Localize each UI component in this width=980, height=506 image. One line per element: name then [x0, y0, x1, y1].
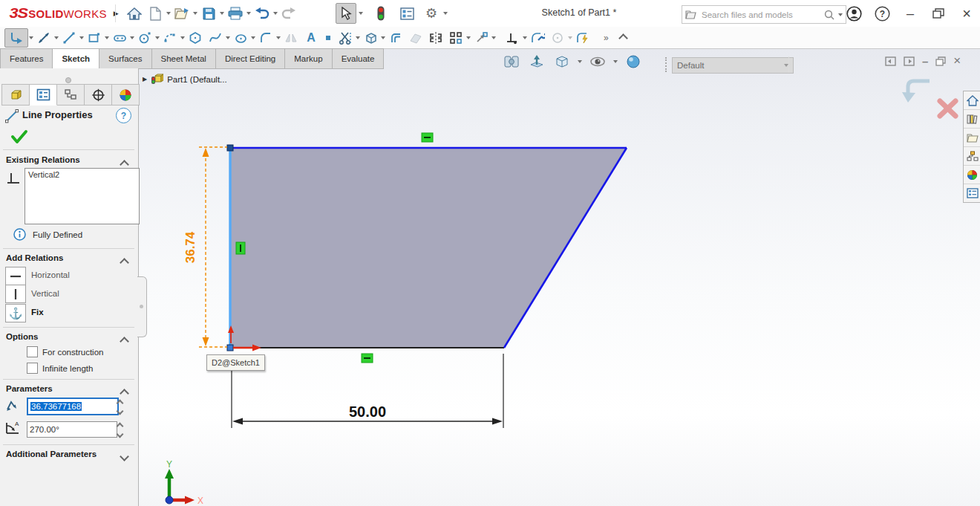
tab-sheet-metal[interactable]: Sheet Metal [152, 48, 216, 69]
redo-icon[interactable] [279, 4, 298, 23]
fillet-tool-icon[interactable] [256, 29, 275, 47]
add-vertical-button[interactable] [5, 285, 26, 303]
convert-dropdown-icon[interactable] [381, 36, 385, 39]
new-dropdown-icon[interactable] [166, 12, 171, 15]
view-palette-icon[interactable] [964, 147, 980, 166]
relations-dropdown-icon[interactable] [523, 36, 527, 39]
point-tool-icon[interactable] [321, 29, 335, 47]
trim-dropdown-icon[interactable] [356, 36, 360, 39]
doc-restore-icon[interactable] [935, 56, 946, 66]
rectangle-tool-icon[interactable] [85, 29, 104, 47]
save-dropdown-icon[interactable] [220, 12, 224, 15]
add-relations-collapse-icon[interactable] [121, 256, 128, 269]
additional-parameters-expand-icon[interactable] [121, 450, 128, 463]
tab-features[interactable]: Features [0, 48, 53, 69]
options-collapse-icon[interactable] [121, 334, 128, 348]
dimension-dropdown-icon[interactable] [54, 36, 59, 39]
toolbar-drag-handle[interactable] [665, 57, 669, 72]
parameters-collapse-icon[interactable] [121, 386, 128, 400]
design-library-icon[interactable] [964, 110, 980, 129]
toolbar-more-icon[interactable]: » [604, 29, 609, 47]
display-style-dropdown-icon[interactable] [613, 60, 618, 63]
tree-expand-icon[interactable]: ▶ [143, 76, 147, 82]
tab-evaluate[interactable]: Evaluate [333, 48, 385, 69]
graphics-viewport[interactable] [0, 48, 980, 506]
rebuild-icon[interactable] [371, 4, 391, 23]
add-vertical-label[interactable]: Vertical [31, 289, 59, 298]
circle-dropdown-icon[interactable] [155, 36, 160, 39]
add-relations-header[interactable]: Add Relations [6, 253, 63, 262]
exit-sketch-button[interactable] [4, 28, 28, 48]
panel-resize-handle[interactable] [65, 77, 71, 83]
polygon-tool-icon[interactable] [186, 29, 205, 47]
infinite-length-label[interactable]: Infinite length [42, 364, 93, 373]
tree-root-label[interactable]: Part1 (Default... [167, 75, 227, 84]
apply-scene-icon[interactable] [624, 52, 643, 71]
pane-left-icon[interactable] [885, 56, 896, 66]
appearances-icon[interactable] [964, 166, 980, 184]
print-dropdown-icon[interactable] [246, 12, 251, 15]
toolbar-collapse-icon[interactable] [620, 29, 627, 47]
display-style-icon[interactable] [588, 52, 607, 71]
spline-tool-icon[interactable] [206, 29, 225, 47]
custom-properties-icon[interactable] [964, 184, 980, 202]
display-relations-icon[interactable] [503, 29, 522, 47]
select-tool-button[interactable] [336, 3, 356, 24]
quick-snaps-icon[interactable] [573, 29, 592, 47]
exit-sketch-dropdown-icon[interactable] [29, 36, 33, 39]
normal-to-icon[interactable] [527, 52, 546, 71]
user-account-icon[interactable] [843, 4, 864, 23]
feature-tree-root[interactable]: ▶ Part1 (Default... [143, 74, 227, 85]
dimxpertmanager-tab[interactable] [85, 84, 112, 106]
undo-icon[interactable] [252, 4, 272, 23]
ellipse-tool-icon[interactable] [231, 29, 250, 47]
for-construction-checkbox[interactable] [27, 346, 38, 357]
arc-dropdown-icon[interactable] [180, 36, 185, 39]
offset-entities-icon[interactable] [386, 29, 405, 47]
linear-pattern-icon[interactable] [446, 29, 466, 47]
tab-sketch[interactable]: Sketch [53, 48, 99, 69]
parameters-header[interactable]: Parameters [6, 384, 53, 393]
doc-close-icon[interactable]: × [953, 53, 961, 68]
view-orientation-dropdown-icon[interactable] [578, 60, 582, 63]
length-spinner[interactable] [115, 400, 124, 414]
save-icon[interactable] [199, 4, 218, 23]
panel-flyout-tab[interactable] [137, 276, 147, 337]
move-entities-icon[interactable] [471, 29, 491, 47]
displaymanager-tab[interactable] [112, 84, 140, 106]
tab-markup[interactable]: Markup [285, 48, 332, 69]
home-icon[interactable] [125, 4, 144, 23]
pane-right-icon[interactable] [904, 56, 915, 66]
open-dropdown-icon[interactable] [193, 12, 197, 15]
pattern-dropdown-icon[interactable] [466, 36, 471, 39]
select-dropdown-icon[interactable] [359, 12, 363, 15]
open-icon[interactable] [172, 4, 192, 23]
undo-dropdown-icon[interactable] [273, 12, 278, 15]
ok-check-icon[interactable] [10, 129, 28, 144]
search-dropdown-icon[interactable] [838, 13, 843, 16]
repair-sketch-icon[interactable] [528, 29, 547, 47]
line-dropdown-icon[interactable] [79, 36, 84, 39]
window-minimize-icon[interactable]: – [900, 4, 921, 23]
add-horizontal-label[interactable]: Horizontal [31, 270, 70, 279]
zoom-to-fit-icon[interactable] [502, 52, 521, 71]
taskpane-home-icon[interactable] [964, 91, 980, 110]
ellipse-dropdown-icon[interactable] [251, 36, 255, 39]
line-tool-icon[interactable] [59, 29, 79, 47]
search-scope-icon[interactable] [685, 10, 696, 19]
angle-input[interactable]: 270.00° [27, 421, 117, 438]
add-fix-button[interactable]: ⚓ [5, 304, 26, 322]
options-list-icon[interactable] [397, 4, 416, 23]
length-input[interactable]: 36.73677168 [27, 398, 119, 415]
doc-minimize-icon[interactable]: – [922, 55, 928, 68]
trim-entities-icon[interactable] [336, 29, 355, 47]
view-orientation-icon[interactable] [552, 52, 572, 71]
convert-entities-icon[interactable] [361, 29, 380, 47]
slot-dropdown-icon[interactable] [130, 36, 134, 39]
smart-dimension-icon[interactable] [34, 29, 53, 47]
propertymanager-tab[interactable] [30, 84, 57, 106]
sketch-text-icon[interactable]: A [301, 29, 321, 47]
configurationmanager-tab[interactable] [57, 84, 85, 106]
panel-help-icon[interactable]: ? [116, 108, 131, 123]
window-close-icon[interactable]: × [956, 4, 977, 23]
